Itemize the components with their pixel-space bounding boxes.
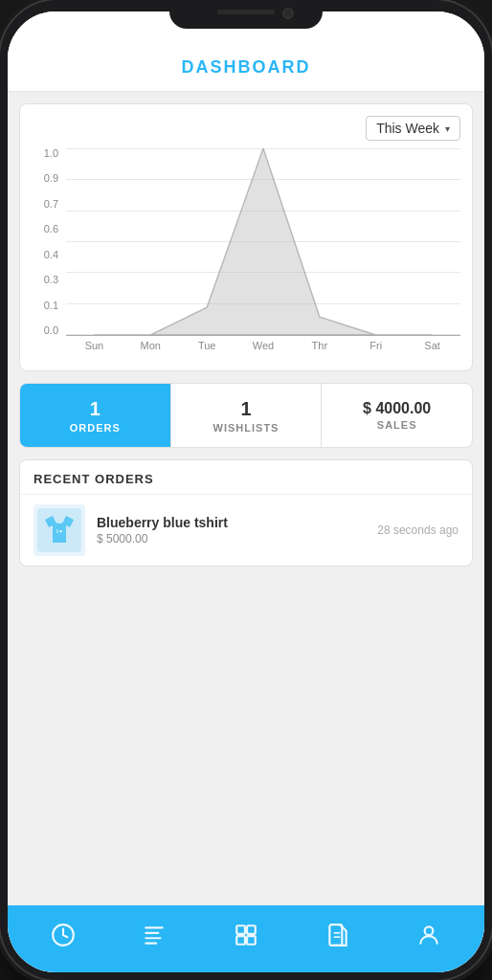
screen: DASHBOARD This Week ▾ 1.0 bbox=[8, 11, 484, 972]
app-header: DASHBOARD bbox=[8, 50, 484, 92]
notch bbox=[169, 0, 323, 29]
y-label-5: 0.4 bbox=[44, 250, 58, 260]
y-label-8: 0.0 bbox=[44, 325, 58, 336]
chart-svg bbox=[66, 148, 460, 335]
x-label-fri: Fri bbox=[347, 340, 404, 359]
period-selector-text: This Week bbox=[376, 121, 439, 136]
speaker bbox=[217, 10, 275, 14]
y-label-1: 1.0 bbox=[44, 148, 58, 159]
nav-dashboard[interactable] bbox=[17, 923, 109, 947]
chart-card: This Week ▾ 1.0 0.9 0.7 0.6 0.4 0.3 bbox=[19, 103, 473, 371]
wishlists-label: WISHLISTS bbox=[213, 422, 280, 434]
order-item[interactable]: I ♥ Blueberry blue tshirt $ 5000.00 28 s… bbox=[20, 495, 472, 566]
y-label-2: 0.9 bbox=[44, 173, 58, 184]
chart-area: 1.0 0.9 0.7 0.6 0.4 0.3 0.1 0.0 bbox=[32, 148, 460, 359]
svg-rect-10 bbox=[236, 936, 245, 945]
x-label-sat: Sat bbox=[404, 340, 460, 359]
chart-plot: Sun Mon Tue Wed Thr Fri Sat bbox=[66, 148, 460, 359]
order-thumbnail: I ♥ bbox=[34, 504, 85, 556]
svg-marker-0 bbox=[94, 148, 432, 335]
chart-header: This Week ▾ bbox=[32, 116, 460, 141]
phone-frame: DASHBOARD This Week ▾ 1.0 bbox=[0, 0, 492, 980]
svg-rect-12 bbox=[329, 924, 342, 946]
main-content: This Week ▾ 1.0 0.9 0.7 0.6 0.4 0.3 bbox=[8, 92, 484, 905]
period-selector[interactable]: This Week ▾ bbox=[366, 116, 460, 141]
y-label-3: 0.7 bbox=[44, 199, 58, 210]
svg-point-15 bbox=[425, 926, 434, 935]
wishlists-number: 1 bbox=[240, 397, 251, 420]
chevron-down-icon: ▾ bbox=[445, 123, 450, 134]
x-label-thr: Thr bbox=[291, 340, 347, 359]
y-label-4: 0.6 bbox=[44, 224, 58, 234]
document-icon bbox=[325, 923, 350, 947]
order-product-name: Blueberry blue tshirt bbox=[97, 515, 366, 530]
screen-inner: DASHBOARD This Week ▾ 1.0 bbox=[8, 11, 484, 972]
y-label-7: 0.1 bbox=[44, 301, 58, 311]
x-axis: Sun Mon Tue Wed Thr Fri Sat bbox=[66, 336, 460, 359]
sales-label: SALES bbox=[377, 419, 417, 431]
x-label-sun: Sun bbox=[66, 340, 123, 359]
y-axis: 1.0 0.9 0.7 0.6 0.4 0.3 0.1 0.0 bbox=[32, 148, 66, 359]
bottom-nav bbox=[8, 905, 484, 972]
stat-wishlists[interactable]: 1 WISHLISTS bbox=[171, 384, 323, 447]
nav-reports[interactable] bbox=[292, 923, 384, 947]
stat-sales[interactable]: $ 4000.00 SALES bbox=[322, 384, 472, 447]
nav-profile[interactable] bbox=[383, 923, 475, 947]
svg-rect-5 bbox=[145, 932, 160, 934]
stats-row: 1 ORDERS 1 WISHLISTS $ 4000.00 SALES bbox=[19, 383, 473, 448]
order-time: 28 seconds ago bbox=[377, 523, 458, 537]
grid-lines bbox=[66, 148, 460, 336]
tshirt-icon: I ♥ bbox=[37, 508, 81, 552]
list-icon bbox=[142, 923, 167, 947]
svg-rect-8 bbox=[236, 925, 245, 934]
recent-orders-header: RECENT ORDERS bbox=[20, 460, 472, 495]
x-label-mon: Mon bbox=[123, 340, 179, 359]
page-title: DASHBOARD bbox=[182, 57, 311, 77]
nav-products[interactable] bbox=[200, 923, 292, 947]
y-label-6: 0.3 bbox=[44, 275, 58, 285]
svg-rect-7 bbox=[145, 943, 158, 945]
sales-number: $ 4000.00 bbox=[363, 400, 431, 417]
svg-rect-6 bbox=[145, 937, 162, 939]
grid-icon bbox=[234, 923, 258, 947]
svg-text:I ♥: I ♥ bbox=[56, 528, 62, 534]
x-label-wed: Wed bbox=[235, 340, 292, 359]
clock-icon bbox=[51, 923, 76, 947]
recent-orders-card: RECENT ORDERS I ♥ bbox=[19, 459, 473, 567]
order-price: $ 5000.00 bbox=[97, 532, 366, 546]
order-info: Blueberry blue tshirt $ 5000.00 bbox=[97, 515, 366, 546]
stat-orders[interactable]: 1 ORDERS bbox=[20, 384, 171, 447]
svg-rect-11 bbox=[247, 936, 256, 945]
orders-label: ORDERS bbox=[70, 422, 121, 434]
orders-number: 1 bbox=[90, 397, 101, 420]
svg-rect-9 bbox=[247, 925, 256, 934]
svg-rect-4 bbox=[145, 926, 165, 928]
nav-orders[interactable] bbox=[109, 923, 201, 947]
camera bbox=[282, 8, 294, 19]
user-icon bbox=[416, 923, 441, 947]
x-label-tue: Tue bbox=[179, 340, 235, 359]
